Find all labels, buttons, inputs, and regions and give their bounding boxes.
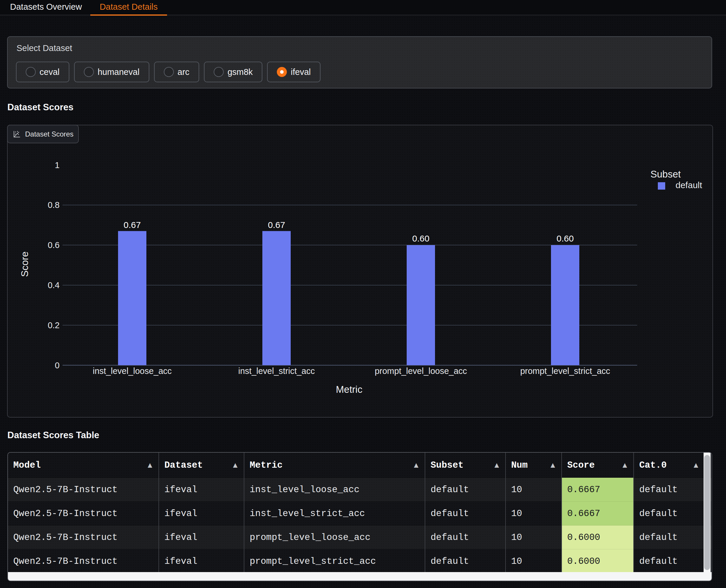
svg-text:prompt_level_loose_acc: prompt_level_loose_acc: [375, 366, 467, 376]
svg-text:0: 0: [55, 361, 60, 370]
svg-text:0.60: 0.60: [557, 234, 574, 243]
svg-text:0.6: 0.6: [48, 240, 60, 250]
svg-text:1: 1: [55, 161, 60, 170]
svg-text:0.2: 0.2: [48, 320, 60, 330]
svg-text:prompt_level_strict_acc: prompt_level_strict_acc: [520, 366, 610, 376]
svg-text:0.60: 0.60: [412, 234, 429, 243]
svg-text:Score: Score: [19, 252, 30, 277]
svg-text:inst_level_loose_acc: inst_level_loose_acc: [93, 366, 172, 376]
svg-text:inst_level_strict_acc: inst_level_strict_acc: [238, 366, 315, 376]
svg-text:0.8: 0.8: [48, 200, 60, 210]
svg-text:default: default: [675, 180, 702, 190]
svg-text:0.67: 0.67: [124, 220, 141, 230]
svg-text:Metric: Metric: [336, 384, 362, 395]
svg-text:0.67: 0.67: [268, 220, 285, 230]
svg-text:Subset: Subset: [650, 169, 681, 180]
svg-text:0.4: 0.4: [48, 280, 60, 290]
